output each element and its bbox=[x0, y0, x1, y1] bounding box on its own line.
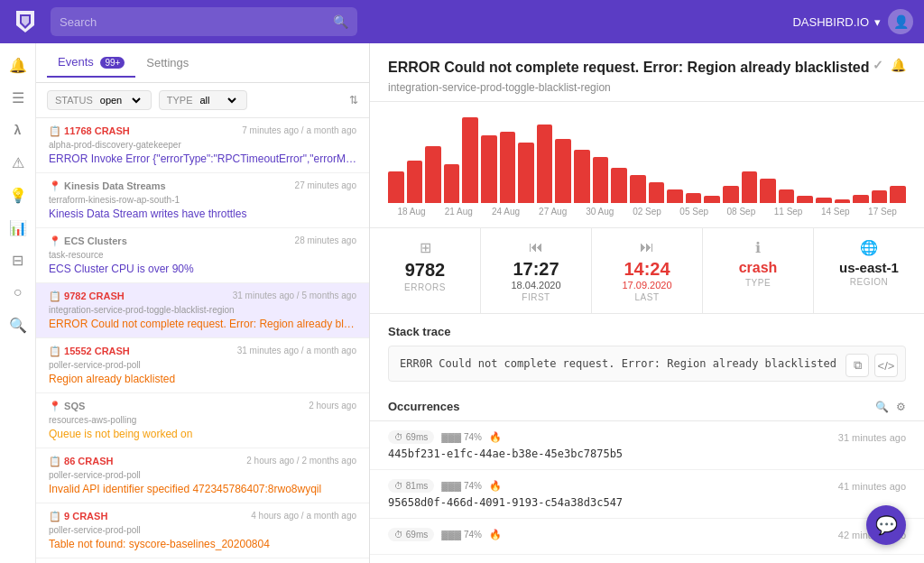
occurrences-settings-icon[interactable]: ⚙ bbox=[896, 401, 906, 413]
filter-status[interactable]: STATUS open closed bbox=[47, 90, 152, 110]
detail-subtitle: integration-service-prod-toggle-blacklis… bbox=[388, 81, 906, 94]
account-button[interactable]: DASHBIRD.IO ▾ bbox=[792, 15, 881, 29]
filter-type-select[interactable]: all crash bbox=[197, 94, 239, 106]
event-title: Queue is not being worked on bbox=[49, 428, 356, 440]
chart-bar bbox=[500, 132, 516, 203]
bar-segment bbox=[388, 171, 404, 204]
stack-trace-actions: ⧉ </> bbox=[845, 354, 898, 377]
bar-segment bbox=[816, 198, 832, 203]
occurrence-item[interactable]: ⏱ 69ms ▓▓▓ 74% 🔥 42 minutes ago bbox=[370, 519, 924, 555]
list-item[interactable]: 📋 15552 CRASH 31 minutes ago / a month a… bbox=[36, 338, 369, 393]
detail-header: ERROR Could not complete request. Error:… bbox=[370, 43, 924, 102]
occurrence-item[interactable]: ⏱ 69ms ▓▓▓ 74% 🔥 31 minutes ago 445bf231… bbox=[370, 421, 924, 470]
tab-events[interactable]: Events 99+ bbox=[47, 48, 135, 78]
occurrence-id: 445bf231-e1fc-44ae-b38e-45e3bc7875b5 bbox=[388, 448, 906, 460]
event-title: ECS Cluster CPU is over 90% bbox=[49, 263, 356, 275]
event-time: 7 minutes ago / a month ago bbox=[242, 125, 356, 137]
detail-title-row: ERROR Could not complete request. Error:… bbox=[388, 58, 906, 78]
bar-segment bbox=[760, 179, 776, 204]
topbar: 🔍 DASHBIRD.IO ▾ 👤 bbox=[0, 0, 924, 43]
event-title: Region already blacklisted bbox=[49, 373, 356, 385]
avatar[interactable]: 👤 bbox=[888, 9, 913, 34]
filter-status-select[interactable]: open closed bbox=[97, 94, 143, 106]
last-value: 14:24 bbox=[599, 259, 695, 280]
check-icon[interactable]: ✓ bbox=[873, 58, 883, 72]
bell-icon[interactable]: 🔔 bbox=[891, 58, 906, 72]
chart-bar bbox=[425, 146, 441, 203]
event-service: integration-service-prod-toggle-blacklis… bbox=[49, 305, 356, 315]
list-item[interactable]: 📍 SQS 2 hours ago resources-aws-polling … bbox=[36, 393, 369, 448]
chart-label: 02 Sep bbox=[624, 207, 670, 217]
last-label: LAST bbox=[599, 292, 695, 302]
occurrence-time: ⏱ 69ms bbox=[388, 528, 434, 541]
bar-segment bbox=[649, 182, 665, 204]
chart-bar bbox=[797, 196, 813, 203]
main-content: 🔔 ☰ λ ⚠ 💡 📊 ⊟ ○ 🔍 Events 99+ Settings bbox=[0, 43, 924, 563]
stats-row: ⊞ 9782 ERRORS ⏮ 17:27 18.04.2020 FIRST ⏭… bbox=[370, 228, 924, 314]
filter-sort-button[interactable]: ⇅ bbox=[349, 94, 358, 106]
chart-section: 18 Aug 21 Aug 24 Aug 27 Aug 30 Aug 02 Se… bbox=[370, 102, 924, 228]
sidebar-icon-search[interactable]: 🔍 bbox=[4, 310, 32, 339]
list-item[interactable]: 📍 ECS Clusters 28 minutes ago task-resou… bbox=[36, 228, 369, 283]
chart-label: 21 Aug bbox=[435, 207, 482, 217]
stack-trace-box: ⧉ </> ERR0R Could not complete request. … bbox=[388, 346, 906, 382]
sidebar-icon-layers[interactable]: ⊟ bbox=[4, 245, 32, 274]
chart-bar bbox=[835, 199, 851, 203]
sidebar-icon-list[interactable]: ☰ bbox=[4, 83, 32, 112]
occurrences-search-icon[interactable]: 🔍 bbox=[875, 401, 889, 413]
chart-bar bbox=[537, 125, 553, 203]
chart-label: 30 Aug bbox=[577, 207, 624, 217]
copy-button[interactable]: ⧉ bbox=[845, 354, 869, 377]
chart-bar bbox=[816, 198, 832, 203]
event-type-label: 📍 SQS bbox=[49, 401, 85, 412]
event-time: 2 hours ago bbox=[309, 401, 356, 412]
event-service: resources-aws-polling bbox=[49, 415, 356, 425]
account-label: DASHBIRD.IO bbox=[792, 15, 869, 29]
search-bar[interactable]: 🔍 bbox=[51, 7, 357, 36]
list-item[interactable]: 📋 11768 CRASH 7 minutes ago / a month ag… bbox=[36, 118, 369, 173]
chart-bar bbox=[890, 186, 906, 204]
chart-bar bbox=[872, 190, 888, 203]
list-item[interactable]: 📋 9782 CRASH 31 minutes ago / 5 months a… bbox=[36, 283, 369, 338]
sidebar-icon-stats[interactable]: 📊 bbox=[4, 213, 32, 242]
sidebar-icon-lambda[interactable]: λ bbox=[4, 115, 32, 144]
occurrence-fire-icon: 🔥 bbox=[489, 529, 502, 540]
filter-type-label: TYPE bbox=[167, 95, 193, 106]
occurrences-actions: 🔍 ⚙ bbox=[875, 401, 906, 413]
event-title: Invalid API identifier specified 4723457… bbox=[49, 483, 356, 495]
region-label: REGION bbox=[821, 277, 917, 287]
occurrence-time: ⏱ 81ms bbox=[388, 479, 434, 493]
filter-type[interactable]: TYPE all crash bbox=[159, 90, 247, 110]
event-time: 27 minutes ago bbox=[295, 180, 356, 192]
occurrence-item[interactable]: ⏱ 81ms ▓▓▓ 74% 🔥 41 minutes ago 95658d0f… bbox=[370, 470, 924, 519]
chat-fab-button[interactable]: 💬 bbox=[866, 505, 906, 545]
chart-label: 14 Sep bbox=[812, 207, 859, 217]
tab-settings[interactable]: Settings bbox=[135, 49, 199, 77]
chart-bar bbox=[667, 189, 683, 204]
stat-first: ⏮ 17:27 18.04.2020 FIRST bbox=[481, 228, 592, 313]
event-service: poller-service-prod-poll bbox=[49, 470, 356, 480]
list-item[interactable]: 📍 Kinesis Data Streams 27 minutes ago te… bbox=[36, 173, 369, 228]
errors-label: ERRORS bbox=[377, 282, 473, 292]
search-input[interactable] bbox=[60, 15, 328, 29]
detail-panel: ERROR Could not complete request. Error:… bbox=[370, 43, 924, 563]
stack-trace-text: ERR0R Could not complete request. Error:… bbox=[400, 357, 894, 370]
sidebar-icon-notifications[interactable]: 🔔 bbox=[4, 51, 32, 79]
list-item[interactable]: 📍 Kinesis Data Streams 4 hours ago terra… bbox=[36, 558, 369, 563]
occurrence-perf: ▓▓▓ 74% bbox=[441, 530, 482, 540]
sidebar-icon-circle[interactable]: ○ bbox=[4, 278, 32, 307]
bar-segment bbox=[723, 186, 739, 204]
code-button[interactable]: </> bbox=[874, 354, 898, 377]
events-tabs: Events 99+ Settings bbox=[36, 43, 369, 83]
sidebar-icon-alert[interactable]: ⚠ bbox=[4, 148, 32, 177]
app-logo[interactable] bbox=[11, 7, 40, 36]
chart-bar bbox=[760, 179, 776, 204]
first-label: FIRST bbox=[488, 292, 584, 302]
filter-bar: STATUS open closed TYPE all crash ⇅ bbox=[36, 83, 369, 118]
list-item[interactable]: 📋 9 CRASH 4 hours ago / a month ago poll… bbox=[36, 503, 369, 558]
event-time: 4 hours ago / a month ago bbox=[251, 511, 356, 522]
list-item[interactable]: 📋 86 CRASH 2 hours ago / 2 months ago po… bbox=[36, 448, 369, 503]
sidebar-icon-idea[interactable]: 💡 bbox=[4, 180, 32, 209]
region-icon: 🌐 bbox=[821, 239, 917, 256]
type-icon: ℹ bbox=[710, 239, 806, 256]
